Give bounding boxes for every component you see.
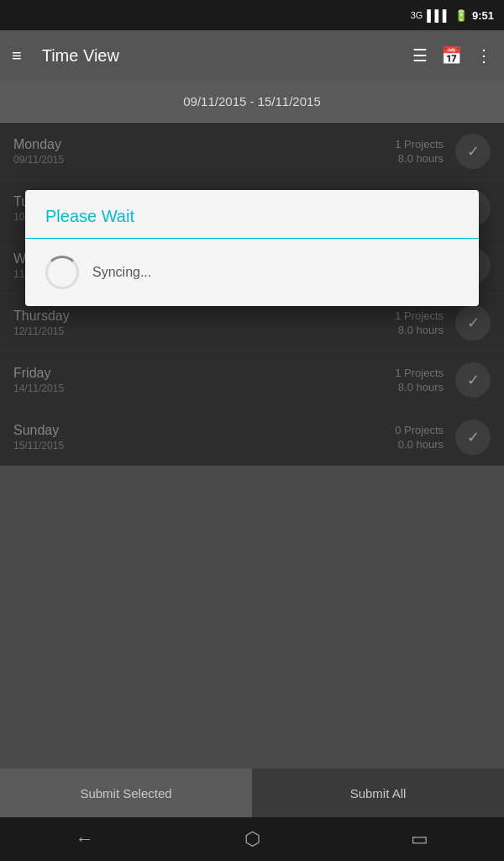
status-icons: 3G ▌▌▌ 🔋 9:51 bbox=[411, 9, 494, 22]
status-bar: 3G ▌▌▌ 🔋 9:51 bbox=[0, 0, 504, 30]
modal-message: Syncing... bbox=[92, 265, 151, 280]
main-content: Monday 09/11/2015 1 Projects 8.0 hours ✓… bbox=[0, 123, 504, 466]
bottom-action-bar: Submit Selected Submit All bbox=[0, 769, 504, 817]
network-indicator: 3G bbox=[411, 10, 423, 20]
clock: 9:51 bbox=[472, 9, 494, 22]
home-icon[interactable]: ⬡ bbox=[244, 828, 260, 850]
date-range-label: 09/11/2015 - 15/11/2015 bbox=[183, 94, 320, 108]
list-view-icon[interactable]: ☰ bbox=[412, 45, 428, 66]
modal-overlay: Please Wait Syncing... bbox=[0, 123, 504, 466]
recent-apps-icon[interactable]: ▭ bbox=[411, 828, 428, 850]
signal-bars: ▌▌▌ bbox=[427, 9, 450, 22]
calendar-icon[interactable]: 📅 bbox=[441, 45, 462, 66]
modal-title: Please Wait bbox=[25, 190, 479, 238]
submit-selected-button[interactable]: Submit Selected bbox=[0, 769, 252, 817]
submit-all-button[interactable]: Submit All bbox=[252, 769, 504, 817]
toolbar: ≡ Time View ☰ 📅 ⋮ bbox=[0, 30, 504, 81]
date-range-header: 09/11/2015 - 15/11/2015 bbox=[0, 81, 504, 123]
please-wait-dialog: Please Wait Syncing... bbox=[25, 190, 479, 306]
nav-bar: ← ⬡ ▭ bbox=[0, 817, 504, 861]
more-options-icon[interactable]: ⋮ bbox=[475, 45, 492, 66]
back-icon[interactable]: ← bbox=[76, 828, 94, 850]
battery-icon: 🔋 bbox=[454, 9, 468, 22]
menu-icon[interactable]: ≡ bbox=[12, 46, 22, 66]
page-title: Time View bbox=[42, 46, 399, 66]
loading-spinner bbox=[45, 256, 79, 289]
modal-body: Syncing... bbox=[25, 239, 479, 306]
